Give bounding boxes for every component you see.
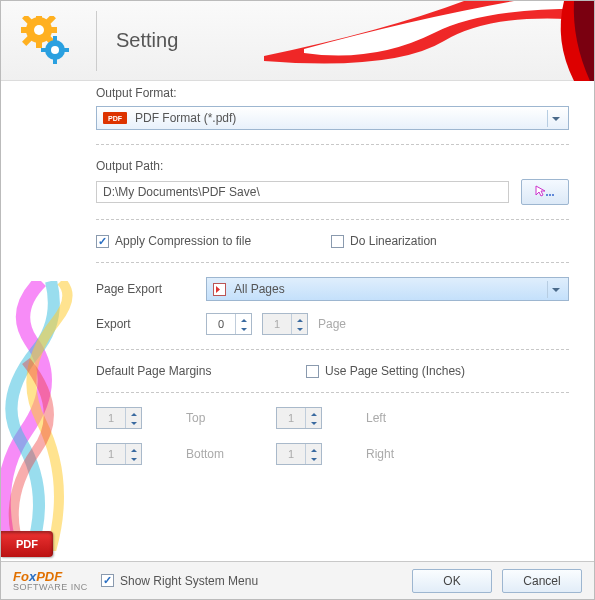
chevron-down-icon [547,110,564,127]
show-right-menu-checkbox[interactable]: Show Right System Menu [101,574,258,588]
margin-right-spinner[interactable] [276,443,322,465]
svg-rect-2 [36,40,42,48]
header-swoosh-decoration [264,1,594,81]
margin-bottom-spinner[interactable] [96,443,142,465]
margin-top-label: Top [186,411,246,425]
margin-top-input[interactable] [97,408,125,428]
svg-rect-13 [41,48,47,52]
spin-down-icon[interactable] [126,418,141,428]
divider [96,219,569,220]
chevron-down-icon [547,281,564,298]
spin-down-icon[interactable] [292,324,307,334]
svg-point-16 [546,194,548,196]
output-path-input[interactable]: D:\My Documents\PDF Save\ [96,181,509,203]
margin-bottom-label: Bottom [186,447,246,461]
pdf-doc-icon [213,283,226,296]
divider [96,392,569,393]
margin-top-spinner[interactable] [96,407,142,429]
svg-point-15 [51,46,59,54]
header-divider [96,11,97,71]
spin-up-icon[interactable] [306,408,321,418]
margin-bottom-input[interactable] [97,444,125,464]
divider [96,349,569,350]
margin-left-input[interactable] [277,408,305,428]
ok-button[interactable]: OK [412,569,492,593]
spin-up-icon[interactable] [306,444,321,454]
apply-compression-checkbox[interactable]: Apply Compression to file [96,234,251,248]
spin-up-icon[interactable] [126,444,141,454]
pdf-badge-icon: PDF [103,112,127,124]
margin-right-label: Right [366,447,426,461]
settings-gear-icon [21,16,71,66]
smoke-decoration [1,281,81,551]
svg-rect-14 [63,48,69,52]
output-path-label: Output Path: [96,159,569,173]
spin-up-icon[interactable] [236,314,251,324]
spin-down-icon[interactable] [236,324,251,334]
divider [96,144,569,145]
default-margins-label: Default Page Margins [96,364,296,378]
export-page-suffix: Page [318,317,346,331]
margin-left-spinner[interactable] [276,407,322,429]
output-format-value: PDF Format (*.pdf) [135,111,236,125]
page-title: Setting [116,29,178,52]
divider [96,262,569,263]
export-label: Export [96,317,196,331]
export-to-spinner[interactable] [262,313,308,335]
svg-rect-4 [49,27,57,33]
export-to-input[interactable] [263,314,291,334]
svg-rect-12 [53,58,57,64]
page-export-value: All Pages [234,282,285,296]
apply-compression-label: Apply Compression to file [115,234,251,248]
cursor-ellipsis-icon [535,185,555,199]
browse-button[interactable] [521,179,569,205]
svg-rect-1 [36,16,42,20]
checkbox-icon [331,235,344,248]
spin-up-icon[interactable] [126,408,141,418]
spin-down-icon[interactable] [306,454,321,464]
checkbox-icon [96,235,109,248]
use-page-setting-checkbox[interactable]: Use Page Setting (Inches) [306,364,465,378]
do-linearization-label: Do Linearization [350,234,437,248]
page-export-dropdown[interactable]: All Pages [206,277,569,301]
checkbox-icon [101,574,114,587]
cancel-button[interactable]: Cancel [502,569,582,593]
margin-right-input[interactable] [277,444,305,464]
output-format-dropdown[interactable]: PDF PDF Format (*.pdf) [96,106,569,130]
svg-rect-3 [21,27,29,33]
margin-left-label: Left [366,411,426,425]
header: Setting [1,1,594,81]
do-linearization-checkbox[interactable]: Do Linearization [331,234,437,248]
spin-down-icon[interactable] [306,418,321,428]
page-export-label: Page Export [96,282,196,296]
svg-point-9 [34,25,44,35]
svg-point-18 [552,194,554,196]
svg-point-17 [549,194,551,196]
output-format-label: Output Format: [96,86,569,100]
spin-down-icon[interactable] [126,454,141,464]
spin-up-icon[interactable] [292,314,307,324]
use-page-setting-label: Use Page Setting (Inches) [325,364,465,378]
export-from-input[interactable] [207,314,235,334]
pdf-tab-badge: PDF [1,531,53,557]
checkbox-icon [306,365,319,378]
export-from-spinner[interactable] [206,313,252,335]
show-right-menu-label: Show Right System Menu [120,574,258,588]
footer: FoxPDF SOFTWARE INC Show Right System Me… [1,561,594,599]
svg-rect-11 [53,36,57,42]
foxpdf-logo: FoxPDF SOFTWARE INC [13,570,91,592]
